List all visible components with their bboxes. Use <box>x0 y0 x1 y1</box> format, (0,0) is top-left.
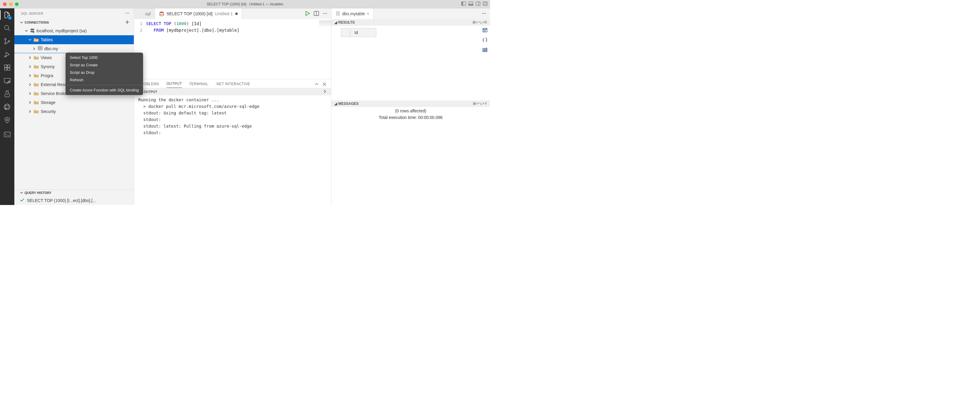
svg-point-43 <box>326 13 327 14</box>
security-node[interactable]: Security <box>14 107 134 116</box>
close-tab-icon[interactable]: × <box>367 11 369 16</box>
query-history-item[interactable]: SELECT TOP (1000) [I...ect].[dbo].[... <box>14 196 134 205</box>
tab-output[interactable]: OUTPUT <box>166 82 182 88</box>
chevron-down-icon <box>20 21 23 24</box>
exec-time-text: Total execution time: 00:00:00.096 <box>331 114 490 121</box>
context-menu: Select Top 1000 Script as Create Script … <box>65 52 143 95</box>
code-editor[interactable]: 1 2 SELECT TOP (1000) [Id] <box>134 19 331 79</box>
table-node-dbo-mytable[interactable]: dbo.my <box>14 44 134 53</box>
remote-explorer-icon[interactable] <box>3 76 11 85</box>
output-content[interactable]: Running the docker container ... > docke… <box>134 95 331 137</box>
menu-script-as-create[interactable]: Script as Create <box>65 61 143 69</box>
column-header-id[interactable]: Id <box>350 28 376 37</box>
add-connection-icon[interactable] <box>125 20 130 25</box>
result-export-icons <box>482 27 488 54</box>
svg-rect-1 <box>461 2 463 5</box>
explorer-icon[interactable]: 1 <box>3 11 11 19</box>
toggle-primary-sidebar-icon[interactable] <box>461 1 466 7</box>
results-label: RESULTS <box>338 20 355 24</box>
chevron-up-icon[interactable] <box>314 82 319 87</box>
query-history-header[interactable]: QUERY HISTORY <box>14 190 134 196</box>
connection-node[interactable]: localhost, mydbproject (sa) <box>14 26 134 35</box>
more-actions-icon[interactable] <box>125 11 130 16</box>
messages-header[interactable]: ◢ MESSAGES ⌘+⌥+Y <box>331 100 490 107</box>
chevron-right-icon <box>28 92 32 95</box>
testing-icon[interactable] <box>3 90 11 98</box>
svg-point-9 <box>5 25 9 30</box>
line-number: 1 <box>134 20 143 27</box>
save-excel-icon[interactable] <box>482 47 488 54</box>
svg-point-42 <box>325 13 326 14</box>
tab-partial-sql[interactable]: sql <box>134 8 155 19</box>
toggle-panel-icon[interactable] <box>468 1 473 7</box>
command-icon[interactable] <box>3 130 11 139</box>
svg-point-14 <box>5 56 6 57</box>
chevron-down-icon <box>25 29 28 33</box>
menu-create-azure-function[interactable]: Create Azure Function with SQL binding <box>65 86 143 94</box>
tab-partial-label: sql <box>145 11 151 16</box>
menu-select-top-1000[interactable]: Select Top 1000 <box>65 54 143 61</box>
query-history-label: QUERY HISTORY <box>25 191 51 195</box>
github-icon[interactable] <box>3 103 11 111</box>
svg-point-50 <box>482 13 483 14</box>
svg-line-10 <box>8 29 10 31</box>
svg-rect-17 <box>8 68 10 70</box>
minimize-window-icon[interactable] <box>9 2 13 6</box>
svg-point-51 <box>484 13 485 14</box>
activity-bar: 1 <box>0 8 14 205</box>
tab-results-dbo-mytable[interactable]: dbo.mytable × <box>331 8 374 19</box>
tab-dotnet-interactive[interactable]: .NET INTERACTIVE <box>215 82 250 88</box>
svg-point-26 <box>127 13 128 14</box>
toggle-secondary-sidebar-icon[interactable] <box>476 1 480 7</box>
more-actions-icon[interactable] <box>482 11 487 17</box>
chevron-right-icon <box>28 83 32 86</box>
svg-point-38 <box>160 12 164 13</box>
code-content[interactable]: SELECT TOP (1000) [Id] FROM <box>146 20 331 79</box>
chevron-right-icon <box>28 110 32 113</box>
minimap[interactable] <box>319 20 331 26</box>
search-icon[interactable] <box>3 24 11 32</box>
results-grid[interactable]: Id <box>340 27 377 38</box>
row-header-blank <box>341 28 350 37</box>
check-icon <box>20 198 25 203</box>
customize-layout-icon[interactable] <box>483 1 488 7</box>
extensions-icon[interactable] <box>3 63 11 72</box>
query-history-item-text: SELECT TOP (1000) [I...ect].[dbo].[... <box>27 198 96 203</box>
output-section-header[interactable]: OUTPUT <box>134 88 331 95</box>
window-controls <box>0 2 19 6</box>
explorer-badge: 1 <box>8 16 12 20</box>
results-header[interactable]: ◢ RESULTS ⌘+⌥+R <box>331 19 490 26</box>
connections-section-header[interactable]: CONNECTIONS <box>14 19 134 26</box>
run-query-icon[interactable] <box>305 11 310 17</box>
chevron-down-icon <box>20 191 23 195</box>
save-csv-icon[interactable] <box>482 27 488 34</box>
menu-script-as-drop[interactable]: Script as Drop <box>65 69 143 76</box>
close-window-icon[interactable] <box>3 2 6 6</box>
folder-icon <box>33 100 39 105</box>
split-editor-icon[interactable] <box>314 11 319 17</box>
tab-sql-query[interactable]: SELECT TOP (1000) [Id] Untitled-1 <box>155 8 242 19</box>
kubernetes-icon[interactable] <box>3 116 11 124</box>
views-label: Views <box>41 55 52 60</box>
source-control-icon[interactable] <box>3 37 11 46</box>
chevron-down-icon <box>28 38 32 41</box>
svg-rect-6 <box>483 2 487 5</box>
results-grid-area: Id <box>331 26 490 100</box>
folder-icon <box>33 73 39 78</box>
run-debug-icon[interactable] <box>3 50 11 59</box>
results-tabbar: dbo.mytable × <box>331 8 490 19</box>
chevron-right-icon[interactable] <box>323 89 327 94</box>
messages-content: (0 rows affected) Total execution time: … <box>331 107 490 124</box>
tab-terminal[interactable]: TERMINAL <box>189 82 208 88</box>
storage-node[interactable]: Storage <box>14 98 134 107</box>
table-icon <box>38 46 43 51</box>
folder-icon <box>33 82 39 87</box>
window-title: SELECT TOP (1000) [Id] · Untitled-1 — lo… <box>0 2 490 6</box>
close-panel-icon[interactable] <box>322 82 327 87</box>
more-actions-icon[interactable] <box>323 11 328 17</box>
tables-node[interactable]: Tables <box>14 35 134 44</box>
maximize-window-icon[interactable] <box>15 2 19 6</box>
save-json-icon[interactable] <box>482 37 488 44</box>
dirty-indicator-icon <box>235 13 238 15</box>
menu-refresh[interactable]: Refresh <box>65 76 143 84</box>
